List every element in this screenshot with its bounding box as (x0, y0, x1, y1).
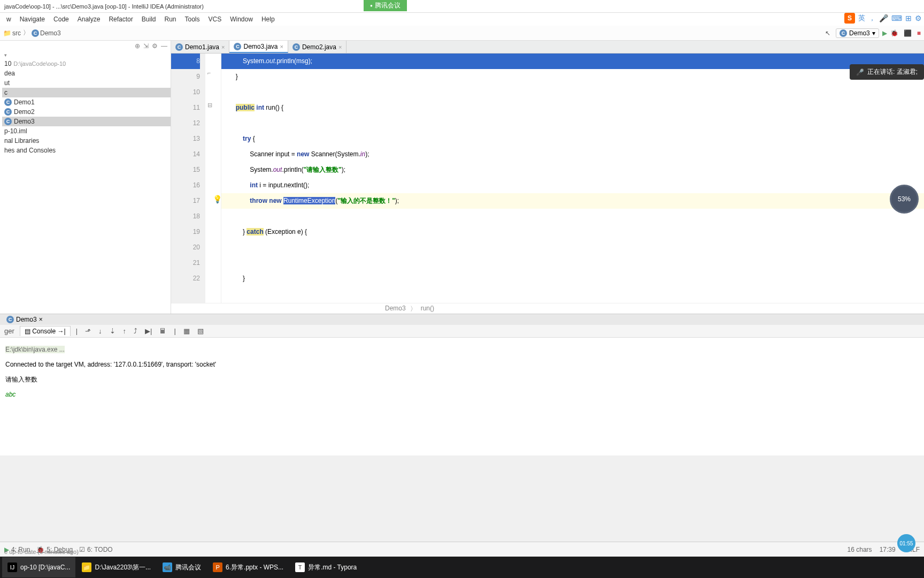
step-out-icon[interactable]: ↑ (121, 326, 129, 336)
tree-libs[interactable]: nal Libraries (2, 136, 171, 146)
fold-end-icon[interactable]: ⌐ (207, 70, 211, 76)
tree-consoles[interactable]: hes and Consoles (2, 146, 171, 155)
close-icon[interactable]: × (221, 44, 225, 50)
tree-iml[interactable]: p-10.iml (2, 126, 171, 136)
intellij-icon: IJ (7, 562, 17, 572)
project-sidebar[interactable]: ⊕ ⇲ ⚙ — ▾ 10 D:\javaCode\oop-10 dea ut c… (0, 41, 171, 314)
meeting-badge[interactable]: 腾讯会议 (364, 0, 407, 11)
run-to-cursor-icon[interactable]: ▶| (143, 326, 154, 336)
step-over-icon[interactable]: ⬏ (83, 326, 93, 336)
tree-demo2[interactable]: CDemo2 (2, 107, 171, 117)
tab-demo1[interactable]: C Demo1.java × (171, 41, 229, 53)
gear-icon[interactable]: ⚙ (152, 42, 158, 50)
code-editor[interactable]: 8910 111213 141516 171819 202122 ⌐ ⊟ 💡 S… (171, 54, 924, 303)
status-bar: ▶ 4: Run 🐞 5: Debug ☑ 6: TODO 16 chars 1… (0, 542, 924, 557)
console-input[interactable]: abc (5, 387, 919, 402)
menu-run[interactable]: Run (160, 14, 180, 24)
separator: | (74, 326, 80, 336)
menu-tools[interactable]: Tools (181, 14, 204, 24)
debugger-tab[interactable]: ger (2, 326, 17, 336)
sidebar-toolbar: ⊕ ⇲ ⚙ — (0, 41, 171, 51)
drop-frame-icon[interactable]: ⤴ (132, 326, 140, 336)
menu-window[interactable]: Window (226, 14, 257, 24)
code-content[interactable]: System.out.println(msg); } public int ru… (221, 54, 924, 303)
title-bar: javaCode\oop-10] - ...\src\Demo3.java [o… (0, 0, 924, 13)
step-into-icon[interactable]: ↓ (96, 326, 104, 336)
force-step-icon[interactable]: ⇣ (107, 326, 118, 336)
taskbar-explorer[interactable]: 📁 D:\Java2203\第一... (76, 557, 156, 577)
typora-icon: T (295, 562, 305, 572)
sogou-icon[interactable]: S (844, 13, 855, 24)
tab-demo3[interactable]: C Demo3.java × (229, 41, 288, 53)
layout-icon[interactable]: ▦ (181, 326, 192, 336)
class-icon: C (175, 43, 183, 51)
taskbar-wps[interactable]: P 6.异常.pptx - WPS... (207, 557, 289, 577)
layout2-icon[interactable]: ▧ (195, 326, 206, 336)
coverage-button[interactable]: ⬛ (902, 28, 914, 38)
ime-mic-icon[interactable]: 🎤 (879, 14, 888, 22)
run-config-selector[interactable]: C Demo3 ▾ (836, 28, 879, 38)
menu-build[interactable]: Build (137, 14, 160, 24)
main-toolbar: 📁 src 〉 C Demo3 ↖ C Demo3 ▾ ▶ 🐞 ⬛ ■ (0, 26, 924, 41)
tree-dropdown[interactable]: ▾ (2, 51, 171, 59)
menu-analyze[interactable]: Analyze (73, 14, 105, 24)
class-icon: C (4, 118, 12, 125)
evaluate-icon[interactable]: 🖩 (157, 326, 168, 336)
ime-settings-icon[interactable]: ⚙ (915, 14, 922, 22)
back-nav-icon[interactable]: ↖ (823, 28, 833, 38)
tree-demo1[interactable]: CDemo1 (2, 97, 171, 107)
target-icon[interactable]: ⊕ (135, 42, 140, 50)
window-title: javaCode\oop-10] - ...\src\Demo3.java [o… (4, 3, 204, 10)
console-output[interactable]: E:\jdk\bin\java.exe ... Connected to the… (0, 338, 924, 455)
fold-start-icon[interactable]: ⊟ (207, 102, 212, 109)
menu-vcs[interactable]: VCS (204, 14, 226, 24)
project-tree[interactable]: ▾ 10 D:\javaCode\oop-10 dea ut c CDemo1 … (0, 51, 171, 155)
menu-refactor[interactable]: Refactor (104, 14, 137, 24)
run-button[interactable]: ▶ (882, 29, 887, 37)
breadcrumb-src[interactable]: 📁 src (3, 29, 21, 37)
tree-c[interactable]: c (2, 88, 171, 97)
taskbar-intellij[interactable]: IJ op-10 [D:\javaC... (2, 557, 75, 577)
breadcrumb-demo3[interactable]: C Demo3 (32, 29, 61, 37)
ime-tool-icon[interactable]: ⊞ (905, 14, 912, 22)
percent-indicator[interactable]: 53% (890, 185, 919, 214)
stop-button[interactable]: ■ (917, 29, 921, 37)
debug-button[interactable]: 🐞 (890, 29, 898, 37)
menu-view[interactable]: w (2, 14, 16, 24)
menu-code[interactable]: Code (49, 14, 73, 24)
lang-text[interactable]: 英 (858, 13, 865, 23)
tab-demo2[interactable]: C Demo2.java × (288, 41, 346, 53)
menu-navigate[interactable]: Navigate (16, 14, 49, 24)
class-icon: C (6, 316, 14, 323)
taskbar-typora[interactable]: T 异常.md - Typora (290, 557, 362, 577)
console-tab[interactable]: ▤ Console →| (20, 326, 71, 336)
intention-bulb-icon[interactable]: 💡 (213, 195, 222, 203)
ime-comma-icon[interactable]: ， (868, 13, 876, 23)
speaking-indicator: 🎤 正在讲话: 孟淑君; (850, 64, 924, 80)
windows-taskbar[interactable]: IJ op-10 [D:\javaC... 📁 D:\Java2203\第一..… (0, 557, 924, 578)
close-icon[interactable]: × (280, 43, 283, 50)
tree-root[interactable]: 10 D:\javaCode\oop-10 (2, 59, 171, 69)
member-breadcrumb[interactable]: Demo3〉 run() (171, 303, 924, 314)
hide-icon[interactable]: — (161, 42, 167, 50)
taskbar-meeting[interactable]: 📹 腾讯会议 (157, 557, 206, 577)
console-exec-path: E:\jdk\bin\java.exe ... (5, 346, 65, 353)
wps-icon: P (213, 562, 222, 572)
collapse-icon[interactable]: ⇲ (143, 42, 149, 50)
console-connected: Connected to the target VM, address: '12… (5, 357, 919, 372)
todo-tool-tab[interactable]: ☑ 6: TODO (79, 546, 113, 553)
close-icon[interactable]: × (39, 316, 43, 323)
ime-keyboard-icon[interactable]: ⌨ (891, 14, 902, 22)
ime-indicator: S 英 ， 🎤 ⌨ ⊞ ⚙ (844, 13, 922, 24)
close-icon[interactable]: × (338, 44, 342, 50)
tree-idea[interactable]: dea (2, 69, 171, 78)
class-icon: C (292, 43, 300, 51)
tree-ut[interactable]: ut (2, 78, 171, 88)
menu-help[interactable]: Help (257, 14, 279, 24)
status-time: 17:39 (880, 546, 896, 553)
editor-area: C Demo1.java × C Demo3.java × C Demo2.ja… (171, 41, 924, 314)
debug-session-tab[interactable]: C Demo3 × (2, 315, 47, 324)
clock-badge[interactable]: 01:55 (897, 534, 915, 552)
console-icon: ▤ (25, 328, 30, 335)
tree-demo3[interactable]: CDemo3 (2, 117, 171, 126)
